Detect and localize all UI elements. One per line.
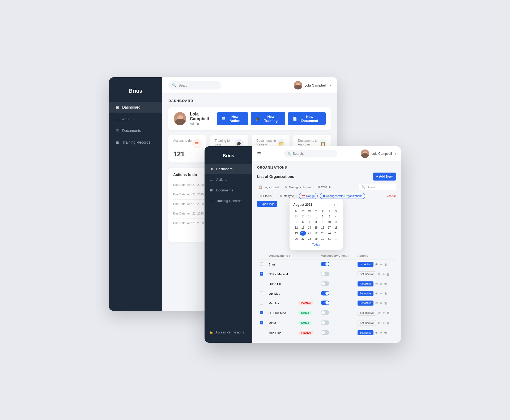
stat-actions-todo[interactable]: Actions to do ☰ 121 (168, 135, 206, 162)
cal-day-3[interactable]: 3 (326, 214, 332, 219)
cal-day-1[interactable]: 1 (313, 214, 319, 219)
search-box-back[interactable]: 🔍 (168, 81, 222, 89)
set-active-brius[interactable]: Set Active (358, 262, 373, 267)
cb-luxmed[interactable] (260, 292, 263, 295)
table-search-box[interactable]: 🔍 (359, 184, 396, 190)
cal-day-28[interactable]: 28 (307, 236, 313, 241)
view-luxmed[interactable]: 👁 (375, 292, 378, 295)
cal-day-24[interactable]: 24 (326, 231, 332, 236)
new-training-button[interactable]: 🎓 New Training (251, 112, 285, 125)
edit-brius[interactable]: ✏ (380, 263, 382, 266)
cal-day-18[interactable]: 18 (333, 225, 339, 230)
set-active-medplus[interactable]: Set Active (358, 330, 373, 335)
sidebar-front-actions[interactable]: ☰ Actions (205, 175, 252, 185)
edit-medplus[interactable]: ✏ (380, 331, 382, 335)
cal-day-19[interactable]: 19 (293, 231, 299, 236)
cb-medilux[interactable] (260, 301, 263, 305)
export-logs-btn[interactable]: Export logs (257, 201, 277, 207)
cal-day-13[interactable]: 13 (300, 225, 306, 230)
edit-3dpx[interactable]: ✏ (382, 272, 385, 276)
cal-day-31p[interactable]: 31 (307, 214, 313, 219)
cal-day-27[interactable]: 27 (300, 236, 306, 241)
cal-day-29[interactable]: 29 (313, 236, 319, 241)
access-permissions[interactable]: 🔒 Access Permissions (205, 327, 252, 337)
cb-3dplus[interactable] (260, 311, 263, 314)
delete-mdm[interactable]: 🗑 (387, 321, 390, 325)
changes-filter[interactable]: Changes with Organizations (320, 193, 366, 199)
cal-day-10[interactable]: 10 (326, 220, 332, 225)
logs-export-btn[interactable]: 📋 Logs export (257, 184, 280, 190)
toggle-3dplus[interactable] (321, 310, 329, 315)
sidebar-item-documents[interactable]: ☰ Documents (109, 125, 162, 136)
cal-day-5[interactable]: 5 (293, 220, 299, 225)
sidebar-front-dashboard[interactable]: ⊞ Dashboard (205, 164, 252, 174)
hamburger-icon[interactable]: ☰ (257, 151, 261, 156)
cal-day-7[interactable]: 7 (307, 220, 313, 225)
delete-3dplus[interactable]: 🗑 (387, 311, 390, 315)
cal-prev[interactable]: ↓ (334, 203, 335, 207)
toggle-luxmed[interactable] (321, 291, 329, 295)
sidebar-front-documents[interactable]: ☰ Documents (205, 186, 252, 195)
edit-ortho[interactable]: ✏ (380, 282, 382, 286)
sidebar-item-training[interactable]: ☰ Training Records (109, 137, 162, 148)
search-box-front[interactable]: 🔍 (284, 150, 337, 157)
cal-day-21[interactable]: 21 (307, 231, 313, 236)
search-input-front[interactable] (293, 152, 330, 156)
cb-medplus[interactable] (260, 331, 263, 334)
set-active-ortho[interactable]: Set Active (358, 281, 373, 286)
cal-today[interactable]: Today (293, 243, 339, 246)
cal-day-16[interactable]: 16 (320, 225, 326, 230)
sidebar-front-training[interactable]: ☰ Training Records (205, 196, 252, 206)
cal-day-14[interactable]: 14 (307, 225, 313, 230)
cal-day-9[interactable]: 9 (320, 220, 326, 225)
clear-all-btn[interactable]: Clear all (386, 194, 396, 198)
cal-day-1n[interactable]: 1 (333, 236, 339, 241)
view-medilux[interactable]: 👁 (375, 301, 378, 305)
search-input-back[interactable] (178, 83, 216, 87)
cal-day-20[interactable]: 20 (300, 231, 306, 236)
toggle-brius[interactable] (321, 262, 329, 266)
cb-mdm[interactable] (260, 321, 263, 324)
delete-3dpx[interactable]: 🗑 (387, 272, 390, 276)
cal-day-8[interactable]: 8 (313, 220, 319, 225)
edit-medilux[interactable]: ✏ (380, 301, 382, 305)
cal-day-30[interactable]: 30 (320, 236, 326, 241)
info-type-filter[interactable]: ⊞ Info type (277, 193, 297, 199)
th-managed[interactable]: Managed by Client ↕ (318, 252, 355, 260)
status-filter[interactable]: Status (257, 193, 274, 199)
set-inactive-mdm[interactable]: Set Inactive (358, 320, 376, 326)
cal-day-22[interactable]: 22 (313, 231, 319, 236)
th-organizations[interactable]: Organizations ↕ (266, 252, 296, 260)
cal-day-17[interactable]: 17 (326, 225, 332, 230)
toggle-medplus[interactable] (321, 330, 329, 335)
add-new-button[interactable]: + Add New (373, 173, 396, 181)
view-3dpx[interactable]: 👁 (378, 272, 381, 276)
cal-day-4[interactable]: 4 (333, 214, 339, 219)
table-search-input[interactable] (367, 186, 393, 189)
toggle-3dpx[interactable] (321, 272, 329, 276)
cal-day-12[interactable]: 12 (293, 225, 299, 230)
set-inactive-3dplus[interactable]: Set Inactive (358, 310, 376, 316)
view-medplus[interactable]: 👁 (375, 331, 378, 335)
edit-3dplus[interactable]: ✏ (382, 311, 385, 315)
cal-day-30p[interactable]: 30 (300, 214, 306, 219)
edit-mdm[interactable]: ✏ (382, 321, 385, 325)
set-active-luxmed[interactable]: Set Active (358, 291, 373, 296)
cb-3dpx[interactable] (260, 272, 263, 276)
cb-ortho[interactable] (260, 282, 263, 285)
cb-brius[interactable] (260, 262, 263, 266)
cal-day-6[interactable]: 6 (300, 220, 306, 225)
view-mdm[interactable]: 👁 (378, 321, 381, 325)
toggle-medilux[interactable] (321, 301, 329, 305)
csv-file-btn[interactable]: ⊞ CSV file (316, 184, 333, 190)
cal-day-23[interactable]: 23 (320, 231, 326, 236)
cal-day-25[interactable]: 25 (333, 231, 339, 236)
cal-day-31[interactable]: 31 (326, 236, 332, 241)
edit-luxmed[interactable]: ✏ (380, 292, 382, 295)
toggle-mdm[interactable] (321, 320, 329, 325)
set-inactive-3dpx[interactable]: Set Inactive (358, 271, 376, 277)
delete-medilux[interactable]: 🗑 (384, 301, 387, 305)
sidebar-item-actions[interactable]: ☰ Actions (109, 114, 162, 124)
delete-ortho[interactable]: 🗑 (384, 282, 387, 286)
set-active-medilux[interactable]: Set Active (358, 301, 373, 306)
